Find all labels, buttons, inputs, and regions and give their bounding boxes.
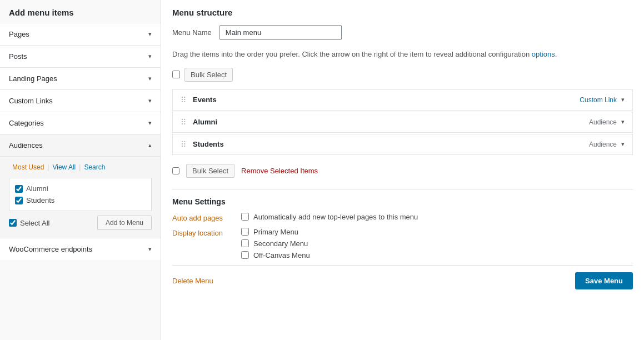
accordion-pages-header[interactable]: Pages ▾ bbox=[0, 23, 161, 45]
drag-handle-students[interactable]: ⠿ bbox=[181, 140, 186, 149]
top-bulk-select-row: Bulk Select bbox=[172, 68, 633, 82]
menu-item-events[interactable]: ⠿ Events Custom Link ▾ bbox=[172, 89, 633, 111]
chevron-down-icon-alumni[interactable]: ▾ bbox=[621, 118, 625, 126]
location-secondary-label: Secondary Menu bbox=[253, 239, 308, 248]
accordion-posts: Posts ▾ bbox=[0, 45, 161, 67]
select-all-checkbox[interactable] bbox=[9, 219, 17, 227]
check-alumni-checkbox[interactable] bbox=[15, 185, 23, 193]
info-text: Drag the items into the order you prefer… bbox=[172, 49, 633, 60]
left-panel-title: Add menu items bbox=[0, 0, 161, 23]
audiences-bottom-actions: Select All Add to Menu bbox=[9, 216, 152, 230]
check-students[interactable]: Students bbox=[15, 194, 146, 206]
auto-add-pages-label: Auto add pages bbox=[172, 213, 233, 222]
accordion-categories-header[interactable]: Categories ▾ bbox=[0, 112, 161, 134]
auto-add-pages-content: Automatically add new top-level pages to… bbox=[241, 213, 418, 221]
accordion-audiences-label: Audiences bbox=[9, 141, 43, 149]
location-primary-label: Primary Menu bbox=[253, 228, 298, 236]
accordion-landing-pages-label: Landing Pages bbox=[9, 74, 57, 83]
accordion-categories-arrow: ▾ bbox=[148, 119, 152, 127]
accordion-pages: Pages ▾ bbox=[0, 23, 161, 45]
location-off-canvas[interactable]: Off-Canvas Menu bbox=[241, 251, 310, 259]
menu-item-alumni-type: Audience bbox=[589, 118, 617, 126]
menu-settings: Menu Settings Auto add pages Automatical… bbox=[172, 189, 633, 259]
menu-item-students-name: Students bbox=[193, 140, 224, 148]
save-menu-button[interactable]: Save Menu bbox=[575, 272, 633, 289]
accordion-audiences-body: Most Used | View All | Search Alumni Stu… bbox=[0, 156, 161, 238]
select-all-wrap[interactable]: Select All bbox=[9, 219, 49, 227]
menu-item-students-type: Audience bbox=[589, 141, 617, 148]
menu-item-alumni-right: Audience ▾ bbox=[589, 118, 625, 126]
menu-item-alumni[interactable]: ⠿ Alumni Audience ▾ bbox=[172, 112, 633, 133]
info-link[interactable]: options bbox=[532, 50, 555, 58]
location-secondary[interactable]: Secondary Menu bbox=[241, 239, 310, 248]
accordion-categories: Categories ▾ bbox=[0, 112, 161, 134]
location-secondary-checkbox[interactable] bbox=[241, 239, 249, 247]
drag-handle-events[interactable]: ⠿ bbox=[181, 96, 186, 104]
top-bulk-select-label[interactable]: Bulk Select bbox=[184, 68, 233, 82]
accordion-posts-arrow: ▾ bbox=[148, 53, 152, 60]
top-bulk-select-checkbox[interactable] bbox=[172, 71, 180, 78]
location-primary[interactable]: Primary Menu bbox=[241, 228, 310, 236]
right-panel: Menu structure Menu Name Drag the items … bbox=[161, 0, 644, 340]
check-alumni-label: Alumni bbox=[26, 184, 48, 193]
delete-menu-link[interactable]: Delete Menu bbox=[172, 277, 213, 285]
menu-name-input[interactable] bbox=[219, 25, 342, 40]
accordion-custom-links-arrow: ▾ bbox=[148, 97, 152, 104]
accordion-landing-pages-header[interactable]: Landing Pages ▾ bbox=[0, 68, 161, 89]
location-off-canvas-checkbox[interactable] bbox=[241, 251, 249, 259]
menu-name-label: Menu Name bbox=[172, 28, 212, 37]
audiences-tabs: Most Used | View All | Search bbox=[9, 162, 152, 172]
accordion-posts-label: Posts bbox=[9, 52, 27, 61]
accordion-woocommerce: WooCommerce endpoints ▾ bbox=[0, 238, 161, 260]
auto-add-pages-row: Auto add pages Automatically add new top… bbox=[172, 213, 633, 222]
menu-items-list: ⠿ Events Custom Link ▾ ⠿ Alumni Audience… bbox=[172, 89, 633, 156]
menu-settings-title: Menu Settings bbox=[172, 189, 633, 206]
check-students-label: Students bbox=[26, 196, 54, 204]
check-students-checkbox[interactable] bbox=[15, 197, 23, 204]
accordion-audiences-header[interactable]: Audiences ▴ bbox=[0, 134, 161, 156]
auto-add-pages-option[interactable]: Automatically add new top-level pages to… bbox=[241, 213, 418, 221]
display-location-label: Display location bbox=[172, 228, 233, 237]
right-footer: Delete Menu Save Menu bbox=[172, 265, 633, 289]
drag-handle-alumni[interactable]: ⠿ bbox=[181, 118, 186, 127]
location-off-canvas-label: Off-Canvas Menu bbox=[253, 251, 310, 259]
menu-item-events-left: ⠿ Events bbox=[181, 96, 217, 104]
tab-view-all[interactable]: View All bbox=[49, 162, 79, 172]
display-location-content: Primary Menu Secondary Menu Off-Canvas M… bbox=[241, 228, 310, 259]
menu-item-students[interactable]: ⠿ Students Audience ▾ bbox=[172, 134, 633, 155]
auto-add-pages-checkbox[interactable] bbox=[241, 213, 249, 221]
chevron-down-icon-events[interactable]: ▾ bbox=[621, 96, 625, 103]
menu-item-events-name: Events bbox=[193, 96, 217, 104]
accordion-posts-header[interactable]: Posts ▾ bbox=[0, 46, 161, 67]
accordion-landing-pages: Landing Pages ▾ bbox=[0, 67, 161, 89]
accordion-pages-label: Pages bbox=[9, 30, 29, 38]
accordion-landing-pages-arrow: ▾ bbox=[148, 75, 152, 82]
menu-name-row: Menu Name bbox=[172, 25, 633, 40]
remove-selected-button[interactable]: Remove Selected Items bbox=[241, 167, 318, 175]
tab-most-used[interactable]: Most Used bbox=[9, 162, 47, 172]
accordion-audiences: Audiences ▴ Most Used | View All | Searc… bbox=[0, 134, 161, 238]
accordion-custom-links-label: Custom Links bbox=[9, 97, 53, 105]
bottom-bulk-checkbox[interactable] bbox=[172, 167, 179, 174]
menu-item-alumni-left: ⠿ Alumni bbox=[181, 118, 217, 127]
tab-search[interactable]: Search bbox=[81, 162, 108, 172]
check-alumni[interactable]: Alumni bbox=[15, 183, 146, 194]
bottom-bulk-select-label[interactable]: Bulk Select bbox=[186, 164, 234, 178]
chevron-down-icon-students[interactable]: ▾ bbox=[621, 141, 625, 148]
select-all-label: Select All bbox=[20, 219, 49, 227]
accordion-audiences-arrow: ▴ bbox=[148, 142, 152, 149]
accordion-pages-arrow: ▾ bbox=[148, 31, 152, 38]
audiences-checklist: Alumni Students bbox=[9, 178, 152, 211]
accordion-woocommerce-arrow: ▾ bbox=[148, 246, 152, 253]
add-to-menu-button[interactable]: Add to Menu bbox=[97, 216, 152, 230]
menu-item-events-right: Custom Link ▾ bbox=[580, 96, 625, 104]
menu-structure-title: Menu structure bbox=[172, 8, 633, 17]
menu-item-events-type: Custom Link bbox=[580, 96, 617, 104]
accordion-custom-links-header[interactable]: Custom Links ▾ bbox=[0, 90, 161, 112]
accordion-custom-links: Custom Links ▾ bbox=[0, 89, 161, 112]
bottom-bulk-row: Bulk Select Remove Selected Items bbox=[172, 164, 633, 178]
display-location-row: Display location Primary Menu Secondary … bbox=[172, 228, 633, 259]
location-primary-checkbox[interactable] bbox=[241, 228, 249, 236]
menu-item-students-right: Audience ▾ bbox=[589, 141, 625, 148]
accordion-woocommerce-header[interactable]: WooCommerce endpoints ▾ bbox=[0, 238, 161, 260]
